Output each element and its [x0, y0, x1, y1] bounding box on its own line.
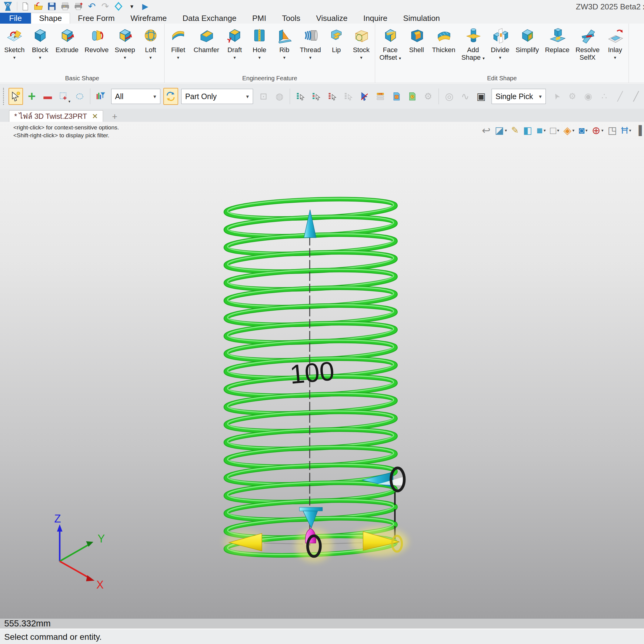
tool-divide-button[interactable]: Divide▾ [488, 24, 512, 60]
back-view-icon[interactable]: ↩ [480, 122, 493, 138]
dimension-style-icon[interactable]: Ħ▾ [619, 122, 633, 138]
tool-dropdown-caret[interactable]: ▾ [614, 55, 616, 60]
menu-tab-tools[interactable]: Tools [274, 13, 308, 24]
tool-inlay-button[interactable]: Inlay▾ [602, 24, 627, 60]
pick-arrow-icon[interactable] [357, 88, 372, 105]
tool-add-shape-button[interactable]: AddShape ▾ [458, 24, 488, 68]
section-view-icon[interactable]: ◙▾ [576, 122, 589, 138]
tool-loft-button[interactable]: Loft▾ [138, 24, 163, 60]
tool-extrude-button[interactable]: Extrude [52, 24, 82, 60]
lasso-pick-icon[interactable] [72, 88, 87, 105]
close-icon[interactable]: ✕ [92, 112, 98, 121]
add-pick-icon[interactable]: + [24, 88, 39, 105]
pick-list-add-icon[interactable] [293, 88, 308, 105]
menu-tab-visualize[interactable]: Visualize [308, 13, 355, 24]
viewport-3d[interactable]: 100ZYX <right-click> for context-sensiti… [0, 122, 644, 618]
entity-scope-icon[interactable] [163, 88, 178, 105]
tool-dropdown-caret[interactable]: ▾ [39, 55, 42, 60]
tool-fillet-button[interactable]: Fillet▾ [166, 24, 191, 60]
toolbar-separator [290, 88, 290, 104]
tool-replace-button[interactable]: Replace [542, 24, 572, 60]
menu-tab-simulation[interactable]: Simulation [395, 13, 448, 24]
pick-list-remove-icon[interactable] [309, 88, 324, 105]
wireframe-view-icon[interactable]: □▾ [548, 122, 562, 138]
axis-arrow-handle[interactable] [304, 210, 316, 238]
tool-thicken-button[interactable]: Thicken [429, 24, 458, 60]
tool-stock-button[interactable]: Stock▾ [349, 24, 374, 60]
app-logo-icon[interactable] [2, 1, 14, 12]
menu-bar: FileShapeFree FormWireframeData Exchange… [0, 13, 644, 24]
tool-dropdown-caret[interactable]: ▾ [499, 55, 501, 60]
tool-dropdown-caret[interactable]: ▾ [258, 55, 261, 60]
tool-draft-button[interactable]: Draft▾ [222, 24, 247, 60]
menu-tab-wireframe[interactable]: Wireframe [122, 13, 175, 24]
tool-block-button[interactable]: Block▾ [28, 24, 52, 60]
tool-hole-button[interactable]: Hole▾ [247, 24, 272, 60]
menu-tab-free-form[interactable]: Free Form [70, 13, 122, 24]
tool-thread-button[interactable]: Thread▾ [297, 24, 324, 60]
tool-face-offset-button[interactable]: FaceOffset ▾ [376, 24, 404, 68]
filter-select[interactable]: All▼ [111, 89, 160, 104]
new-tab-button[interactable]: + [106, 112, 123, 122]
tool-sketch-button[interactable]: Sketch▾ [1, 24, 28, 60]
scope-select[interactable]: Part Only▼ [181, 89, 253, 104]
origin-cube-icon[interactable]: ◧ [521, 122, 534, 138]
drag-handle-flange[interactable] [299, 507, 322, 511]
pick-mode-select[interactable]: Single Pick▼ [492, 89, 546, 104]
tool-shell-button[interactable]: Shell [404, 24, 429, 60]
tool-lip-button[interactable]: Lip [324, 24, 349, 60]
rotate-view-icon[interactable]: ⊕▾ [590, 122, 606, 138]
zoom-window-icon[interactable]: ◳ [606, 122, 619, 138]
model-canvas[interactable]: 100ZYX [0, 122, 644, 618]
iso-view-icon[interactable]: ◈▾ [561, 122, 576, 138]
tool-label: Stock [353, 46, 369, 54]
dropdown-caret-icon[interactable]: ▾ [126, 1, 138, 12]
save-icon[interactable] [46, 1, 58, 12]
menu-tab-pmi[interactable]: PMI [244, 13, 274, 24]
new-file-icon[interactable] [19, 1, 31, 12]
tool-dropdown-caret[interactable]: ▾ [360, 55, 362, 60]
tool-dropdown-caret[interactable]: ▾ [233, 55, 236, 60]
chevron-down-icon: ▾ [557, 128, 559, 133]
remove-pick-icon[interactable]: ▬ [40, 88, 55, 105]
menu-tab-file[interactable]: File [0, 13, 31, 24]
pick-cursor-icon[interactable] [8, 88, 23, 105]
doc-regen-icon[interactable] [389, 88, 404, 105]
document-tab[interactable]: * ไฟล์ 3D Twist.Z3PRT✕ [9, 110, 103, 122]
tool-dropdown-caret[interactable]: ▾ [309, 55, 312, 60]
target-box-icon[interactable]: ▣ [474, 88, 489, 105]
menu-tab-inquire[interactable]: Inquire [355, 13, 395, 24]
datum-view-icon[interactable]: ◪▾ [492, 122, 509, 138]
tool-dropdown-caret[interactable]: ▾ [149, 55, 152, 60]
height-dimension-label[interactable]: 100 [289, 356, 335, 389]
play-icon[interactable]: ▶ [139, 1, 151, 12]
regen-icon[interactable] [112, 1, 125, 12]
pick-list-red-icon[interactable] [325, 88, 340, 105]
edge-display-icon[interactable]: ▐ [633, 122, 644, 138]
tool-dropdown-caret[interactable]: ▾ [283, 55, 285, 60]
print-plus-icon[interactable] [72, 1, 85, 12]
menu-tab-shape[interactable]: Shape [31, 13, 70, 24]
tool-chamfer-button[interactable]: Chamfer [191, 24, 222, 60]
pick-region-icon[interactable]: ▾ [56, 88, 71, 105]
tool-simplify-button[interactable]: Simplify [512, 24, 542, 60]
redo-icon[interactable]: ↷ [99, 1, 111, 12]
tool-dropdown-caret[interactable]: ▾ [177, 55, 179, 60]
tool-rib-button[interactable]: Rib▾ [272, 24, 297, 60]
filter-icon[interactable] [93, 88, 108, 105]
toolbar-drag-handle[interactable] [3, 88, 6, 105]
undo-icon[interactable]: ↶ [86, 1, 98, 12]
tool-dropdown-caret[interactable]: ▾ [124, 55, 126, 60]
menu-tab-data-exchange[interactable]: Data Exchange [175, 13, 244, 24]
curve-flow-icon: ∿ [458, 88, 473, 105]
print-icon[interactable] [59, 1, 71, 12]
tool-revolve-button[interactable]: Revolve [82, 24, 112, 60]
tool-sweep-button[interactable]: Sweep▾ [112, 24, 138, 60]
open-file-icon[interactable] [32, 1, 45, 12]
erase-marks-icon[interactable]: ✎ [509, 122, 521, 138]
tool-dropdown-caret[interactable]: ▾ [13, 55, 16, 60]
shaded-view-icon[interactable]: ■▾ [534, 122, 548, 138]
doc-history-icon[interactable] [405, 88, 420, 105]
pick-result-icon[interactable] [373, 88, 388, 105]
tool-resolve-selfx-button[interactable]: ResolveSelfX [572, 24, 602, 68]
